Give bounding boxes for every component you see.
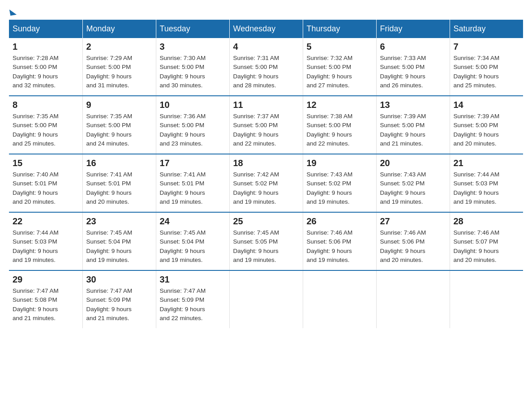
calendar-cell: 31 Sunrise: 7:47 AM Sunset: 5:09 PM Dayl… bbox=[156, 270, 229, 328]
day-number: 22 bbox=[13, 216, 79, 227]
calendar-cell: 2 Sunrise: 7:29 AM Sunset: 5:00 PM Dayli… bbox=[82, 38, 156, 96]
day-info: Sunrise: 7:33 AM Sunset: 5:00 PM Dayligh… bbox=[380, 54, 446, 90]
day-number: 10 bbox=[160, 100, 226, 110]
calendar-table: SundayMondayTuesdayWednesdayThursdayFrid… bbox=[9, 20, 523, 328]
calendar-cell bbox=[303, 270, 376, 328]
calendar-cell: 29 Sunrise: 7:47 AM Sunset: 5:08 PM Dayl… bbox=[9, 270, 82, 328]
day-number: 25 bbox=[233, 216, 299, 227]
calendar-week-row: 29 Sunrise: 7:47 AM Sunset: 5:08 PM Dayl… bbox=[9, 270, 523, 328]
day-info: Sunrise: 7:43 AM Sunset: 5:02 PM Dayligh… bbox=[307, 170, 373, 206]
calendar-week-row: 22 Sunrise: 7:44 AM Sunset: 5:03 PM Dayl… bbox=[9, 212, 523, 270]
calendar-cell: 24 Sunrise: 7:45 AM Sunset: 5:04 PM Dayl… bbox=[156, 212, 229, 270]
day-info: Sunrise: 7:47 AM Sunset: 5:09 PM Dayligh… bbox=[160, 287, 226, 323]
day-info: Sunrise: 7:37 AM Sunset: 5:00 PM Dayligh… bbox=[233, 112, 299, 148]
day-number: 9 bbox=[86, 100, 152, 110]
calendar-week-row: 8 Sunrise: 7:35 AM Sunset: 5:00 PM Dayli… bbox=[9, 96, 523, 154]
calendar-week-row: 1 Sunrise: 7:28 AM Sunset: 5:00 PM Dayli… bbox=[9, 38, 523, 96]
day-info: Sunrise: 7:47 AM Sunset: 5:08 PM Dayligh… bbox=[13, 287, 79, 323]
day-number: 16 bbox=[86, 158, 152, 168]
calendar-cell: 4 Sunrise: 7:31 AM Sunset: 5:00 PM Dayli… bbox=[229, 38, 303, 96]
day-number: 3 bbox=[160, 42, 226, 52]
day-number: 12 bbox=[307, 100, 373, 110]
day-number: 20 bbox=[380, 158, 446, 168]
header-wednesday: Wednesday bbox=[229, 20, 303, 38]
day-info: Sunrise: 7:30 AM Sunset: 5:00 PM Dayligh… bbox=[160, 54, 226, 90]
day-number: 13 bbox=[380, 100, 446, 110]
calendar-cell: 21 Sunrise: 7:44 AM Sunset: 5:03 PM Dayl… bbox=[450, 154, 523, 212]
day-number: 18 bbox=[233, 158, 299, 168]
calendar-cell: 5 Sunrise: 7:32 AM Sunset: 5:00 PM Dayli… bbox=[303, 38, 376, 96]
calendar-cell: 27 Sunrise: 7:46 AM Sunset: 5:06 PM Dayl… bbox=[376, 212, 450, 270]
day-number: 28 bbox=[454, 216, 520, 227]
day-number: 21 bbox=[454, 158, 520, 168]
day-number: 26 bbox=[307, 216, 373, 227]
day-info: Sunrise: 7:42 AM Sunset: 5:02 PM Dayligh… bbox=[233, 170, 299, 206]
day-info: Sunrise: 7:43 AM Sunset: 5:02 PM Dayligh… bbox=[380, 170, 446, 206]
page-header bbox=[9, 9, 523, 11]
day-info: Sunrise: 7:45 AM Sunset: 5:04 PM Dayligh… bbox=[86, 228, 152, 265]
calendar-cell: 7 Sunrise: 7:34 AM Sunset: 5:00 PM Dayli… bbox=[450, 38, 523, 96]
day-number: 5 bbox=[307, 42, 373, 52]
day-info: Sunrise: 7:46 AM Sunset: 5:06 PM Dayligh… bbox=[380, 228, 446, 265]
calendar-cell: 11 Sunrise: 7:37 AM Sunset: 5:00 PM Dayl… bbox=[229, 96, 303, 154]
day-info: Sunrise: 7:35 AM Sunset: 5:00 PM Dayligh… bbox=[13, 112, 79, 148]
calendar-cell: 6 Sunrise: 7:33 AM Sunset: 5:00 PM Dayli… bbox=[376, 38, 450, 96]
calendar-cell bbox=[376, 270, 450, 328]
day-info: Sunrise: 7:29 AM Sunset: 5:00 PM Dayligh… bbox=[86, 54, 152, 90]
calendar-cell: 25 Sunrise: 7:45 AM Sunset: 5:05 PM Dayl… bbox=[229, 212, 303, 270]
day-number: 7 bbox=[454, 42, 520, 52]
calendar-cell: 20 Sunrise: 7:43 AM Sunset: 5:02 PM Dayl… bbox=[376, 154, 450, 212]
day-number: 29 bbox=[13, 274, 79, 285]
logo bbox=[9, 9, 17, 11]
calendar-cell: 3 Sunrise: 7:30 AM Sunset: 5:00 PM Dayli… bbox=[156, 38, 229, 96]
day-number: 4 bbox=[233, 42, 299, 52]
header-friday: Friday bbox=[376, 20, 450, 38]
day-info: Sunrise: 7:38 AM Sunset: 5:00 PM Dayligh… bbox=[307, 112, 373, 148]
day-info: Sunrise: 7:41 AM Sunset: 5:01 PM Dayligh… bbox=[86, 170, 152, 206]
calendar-cell: 30 Sunrise: 7:47 AM Sunset: 5:09 PM Dayl… bbox=[82, 270, 156, 328]
day-number: 23 bbox=[86, 216, 152, 227]
calendar-cell: 9 Sunrise: 7:35 AM Sunset: 5:00 PM Dayli… bbox=[82, 96, 156, 154]
day-number: 30 bbox=[86, 274, 152, 285]
calendar-cell bbox=[450, 270, 523, 328]
calendar-cell: 10 Sunrise: 7:36 AM Sunset: 5:00 PM Dayl… bbox=[156, 96, 229, 154]
header-tuesday: Tuesday bbox=[156, 20, 229, 38]
day-info: Sunrise: 7:35 AM Sunset: 5:00 PM Dayligh… bbox=[86, 112, 152, 148]
header-sunday: Sunday bbox=[9, 20, 82, 38]
day-info: Sunrise: 7:31 AM Sunset: 5:00 PM Dayligh… bbox=[233, 54, 299, 90]
day-number: 1 bbox=[13, 42, 79, 52]
calendar-cell: 28 Sunrise: 7:46 AM Sunset: 5:07 PM Dayl… bbox=[450, 212, 523, 270]
calendar-cell: 1 Sunrise: 7:28 AM Sunset: 5:00 PM Dayli… bbox=[9, 38, 82, 96]
calendar-cell: 22 Sunrise: 7:44 AM Sunset: 5:03 PM Dayl… bbox=[9, 212, 82, 270]
day-info: Sunrise: 7:39 AM Sunset: 5:00 PM Dayligh… bbox=[454, 112, 520, 148]
day-info: Sunrise: 7:32 AM Sunset: 5:00 PM Dayligh… bbox=[307, 54, 373, 90]
day-info: Sunrise: 7:45 AM Sunset: 5:04 PM Dayligh… bbox=[160, 228, 226, 265]
day-number: 14 bbox=[454, 100, 520, 110]
calendar-cell: 26 Sunrise: 7:46 AM Sunset: 5:06 PM Dayl… bbox=[303, 212, 376, 270]
day-number: 8 bbox=[13, 100, 79, 110]
calendar-cell bbox=[229, 270, 303, 328]
day-number: 24 bbox=[160, 216, 226, 227]
calendar-cell: 8 Sunrise: 7:35 AM Sunset: 5:00 PM Dayli… bbox=[9, 96, 82, 154]
day-info: Sunrise: 7:44 AM Sunset: 5:03 PM Dayligh… bbox=[454, 170, 520, 206]
calendar-cell: 23 Sunrise: 7:45 AM Sunset: 5:04 PM Dayl… bbox=[82, 212, 156, 270]
calendar-cell: 12 Sunrise: 7:38 AM Sunset: 5:00 PM Dayl… bbox=[303, 96, 376, 154]
calendar-cell: 17 Sunrise: 7:41 AM Sunset: 5:01 PM Dayl… bbox=[156, 154, 229, 212]
day-info: Sunrise: 7:39 AM Sunset: 5:00 PM Dayligh… bbox=[380, 112, 446, 148]
day-info: Sunrise: 7:47 AM Sunset: 5:09 PM Dayligh… bbox=[86, 287, 152, 323]
day-info: Sunrise: 7:40 AM Sunset: 5:01 PM Dayligh… bbox=[13, 170, 79, 206]
day-number: 11 bbox=[233, 100, 299, 110]
day-info: Sunrise: 7:46 AM Sunset: 5:06 PM Dayligh… bbox=[307, 228, 373, 265]
calendar-cell: 14 Sunrise: 7:39 AM Sunset: 5:00 PM Dayl… bbox=[450, 96, 523, 154]
header-saturday: Saturday bbox=[450, 20, 523, 38]
day-info: Sunrise: 7:44 AM Sunset: 5:03 PM Dayligh… bbox=[13, 228, 79, 265]
day-number: 17 bbox=[160, 158, 226, 168]
calendar-cell: 18 Sunrise: 7:42 AM Sunset: 5:02 PM Dayl… bbox=[229, 154, 303, 212]
day-info: Sunrise: 7:46 AM Sunset: 5:07 PM Dayligh… bbox=[454, 228, 520, 265]
calendar-cell: 13 Sunrise: 7:39 AM Sunset: 5:00 PM Dayl… bbox=[376, 96, 450, 154]
day-info: Sunrise: 7:28 AM Sunset: 5:00 PM Dayligh… bbox=[13, 54, 79, 90]
day-number: 19 bbox=[307, 158, 373, 168]
logo-arrow-icon bbox=[9, 9, 17, 16]
day-number: 15 bbox=[13, 158, 79, 168]
calendar-header-row: SundayMondayTuesdayWednesdayThursdayFrid… bbox=[9, 20, 523, 38]
